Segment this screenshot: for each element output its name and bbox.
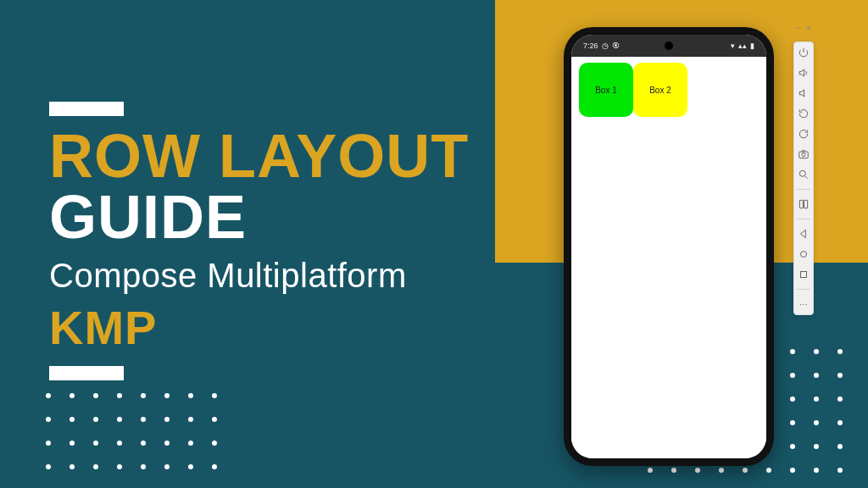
rotate-right-icon[interactable] xyxy=(798,128,810,140)
debug-icon: ⦿ xyxy=(612,42,620,50)
emulator-toolbar: ⋯ xyxy=(793,42,814,315)
compose-row: Box 1 Box 2 xyxy=(579,63,759,117)
decorative-bar-top xyxy=(49,102,124,116)
svg-rect-4 xyxy=(804,200,808,208)
app-content-area[interactable]: Box 1 Box 2 xyxy=(571,57,766,458)
title-block: ROW LAYOUT GUIDE Compose Multiplatform K… xyxy=(49,102,469,380)
toolbar-divider xyxy=(797,219,810,219)
title-line-2: GUIDE xyxy=(49,188,469,246)
camera-punch-hole xyxy=(665,42,673,50)
toolbar-divider xyxy=(797,189,810,190)
back-icon[interactable] xyxy=(798,228,810,240)
decorative-dots-left xyxy=(46,393,217,469)
zoom-icon[interactable] xyxy=(798,169,810,180)
box-2-label: Box 2 xyxy=(649,86,671,95)
box-1-label: Box 1 xyxy=(595,86,617,95)
emulator-window-controls: − × xyxy=(796,24,811,33)
signal-icon: ▴▴ xyxy=(738,42,747,50)
box-2[interactable]: Box 2 xyxy=(633,63,687,117)
volume-up-icon[interactable] xyxy=(798,67,810,79)
toolbar-divider xyxy=(797,289,810,290)
volume-down-icon[interactable] xyxy=(798,87,810,99)
clock-icon: ◷ xyxy=(602,42,609,50)
overview-icon[interactable] xyxy=(798,269,810,280)
title-subtitle: Compose Multiplatform xyxy=(49,257,469,295)
svg-point-2 xyxy=(799,170,805,176)
minimize-button[interactable]: − xyxy=(796,24,801,33)
camera-icon[interactable] xyxy=(798,148,810,160)
home-icon[interactable] xyxy=(798,248,810,260)
fold-icon[interactable] xyxy=(798,198,810,210)
emulator-sidebar: − × xyxy=(793,24,814,315)
power-icon[interactable] xyxy=(798,47,810,58)
more-icon[interactable]: ⋯ xyxy=(798,298,810,310)
svg-rect-3 xyxy=(799,200,803,208)
svg-point-5 xyxy=(801,252,807,258)
decorative-bar-bottom xyxy=(49,366,124,380)
phone-frame: 7:26 ◷ ⦿ ▾ ▴▴ ▮ Box 1 Box 2 xyxy=(564,27,774,466)
close-button[interactable]: × xyxy=(806,24,811,33)
status-left: 7:26 ◷ ⦿ xyxy=(583,42,620,50)
svg-point-1 xyxy=(802,153,805,157)
rotate-left-icon[interactable] xyxy=(798,108,810,119)
box-1[interactable]: Box 1 xyxy=(579,63,633,117)
title-line-1: ROW LAYOUT xyxy=(49,127,469,185)
wifi-icon: ▾ xyxy=(731,42,735,50)
svg-rect-6 xyxy=(801,272,807,278)
title-tag: KMP xyxy=(49,300,469,355)
battery-icon: ▮ xyxy=(750,42,754,50)
status-right: ▾ ▴▴ ▮ xyxy=(731,42,754,50)
android-status-bar: 7:26 ◷ ⦿ ▾ ▴▴ ▮ xyxy=(571,35,766,57)
phone-screen: 7:26 ◷ ⦿ ▾ ▴▴ ▮ Box 1 Box 2 xyxy=(571,35,766,458)
status-time: 7:26 xyxy=(583,42,598,50)
